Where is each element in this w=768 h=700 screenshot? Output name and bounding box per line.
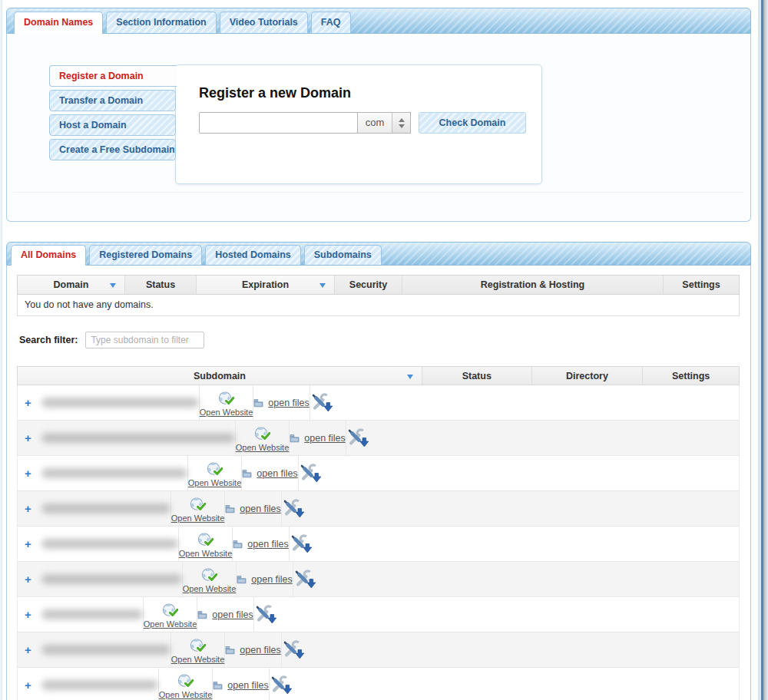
expand-plus-icon[interactable]: +	[25, 608, 31, 621]
tools-settings-icon[interactable]	[282, 639, 305, 660]
menu-register-a-domain[interactable]: Register a Domain	[49, 65, 177, 87]
directory-cell: open files	[197, 597, 254, 632]
register-form-row: com Check Domain	[199, 112, 526, 134]
expand-plus-icon[interactable]: +	[25, 467, 31, 480]
tab-hosted-domains[interactable]: Hosted Domains	[205, 245, 301, 265]
open-website-link[interactable]: Open Website	[200, 408, 253, 417]
sort-arrow-icon[interactable]	[319, 283, 326, 288]
tools-settings-icon[interactable]	[270, 675, 293, 695]
sort-arrow-icon[interactable]	[110, 283, 116, 288]
status-cell: Open Website	[171, 491, 226, 526]
expand-plus-icon[interactable]: +	[25, 396, 31, 409]
directory-cell: open files	[290, 421, 346, 455]
domain-tools-panel: Register a Domain Transfer a Domain Host…	[6, 33, 751, 222]
subdomain-row: + Open Website open files	[17, 668, 740, 700]
tab-registered-domains[interactable]: Registered Domains	[89, 245, 202, 265]
open-website-link[interactable]: Open Website	[171, 513, 225, 523]
folder-icon	[197, 610, 207, 619]
menu-create-a-free-subdomain[interactable]: Create a Free Subdomain	[49, 139, 176, 160]
expand-plus-icon[interactable]: +	[25, 431, 31, 444]
col-settings-header[interactable]: Settings	[664, 276, 739, 294]
domains-panel-body: Domain Status Expiration Security Regist…	[6, 265, 751, 700]
open-files-link[interactable]: open files	[240, 504, 281, 514]
sort-arrow-icon[interactable]	[407, 375, 413, 379]
tab-domain-names[interactable]: Domain Names	[14, 12, 103, 34]
expand-plus-icon[interactable]: +	[25, 573, 31, 586]
open-website-link[interactable]: Open Website	[188, 478, 242, 487]
globe-check-icon[interactable]	[207, 462, 223, 477]
domains-tab-bar: All Domains Registered Domains Hosted Do…	[6, 242, 751, 266]
page-right-edge	[761, 0, 768, 700]
expand-plus-icon[interactable]: +	[25, 643, 31, 656]
globe-check-icon[interactable]	[190, 497, 206, 513]
subdomain-cell: +	[18, 668, 159, 700]
tools-settings-icon[interactable]	[310, 392, 333, 413]
check-domain-button[interactable]: Check Domain	[419, 112, 526, 134]
col-sub-status-header[interactable]: Status	[422, 367, 532, 385]
open-files-link[interactable]: open files	[227, 680, 269, 691]
open-website-link[interactable]: Open Website	[159, 690, 213, 699]
globe-check-icon[interactable]	[162, 603, 178, 619]
search-filter-input[interactable]	[85, 332, 204, 348]
col-domain-header[interactable]: Domain	[18, 276, 125, 294]
tld-spinner[interactable]	[392, 113, 410, 133]
open-website-link[interactable]: Open Website	[183, 584, 237, 593]
expand-plus-icon[interactable]: +	[25, 537, 31, 550]
domain-names-panel: Domain Names Section Information Video T…	[6, 8, 751, 222]
open-website-link[interactable]: Open Website	[171, 655, 225, 664]
expand-plus-icon[interactable]: +	[25, 502, 31, 515]
globe-check-icon[interactable]	[197, 533, 214, 548]
tld-select[interactable]: com	[357, 112, 411, 134]
col-directory-header[interactable]: Directory	[532, 367, 644, 385]
col-status-header[interactable]: Status	[125, 276, 197, 294]
settings-cell	[346, 421, 369, 455]
subdomain-row: + Open Website open files	[17, 562, 740, 597]
menu-host-a-domain[interactable]: Host a Domain	[49, 114, 176, 136]
spinner-down-icon	[399, 124, 405, 128]
expand-plus-icon[interactable]: +	[25, 679, 31, 692]
tab-subdomains[interactable]: Subdomains	[304, 245, 382, 265]
globe-check-icon[interactable]	[177, 674, 194, 689]
folder-icon	[213, 681, 223, 690]
settings-cell	[310, 385, 333, 420]
globe-check-icon[interactable]	[190, 639, 206, 654]
tab-video-tutorials[interactable]: Video Tutorials	[220, 12, 308, 33]
open-files-link[interactable]: open files	[247, 539, 289, 550]
redacted-subdomain-text	[41, 433, 235, 443]
tools-settings-icon[interactable]	[254, 604, 277, 625]
open-website-link[interactable]: Open Website	[179, 549, 233, 558]
menu-transfer-a-domain[interactable]: Transfer a Domain	[49, 90, 176, 111]
open-files-link[interactable]: open files	[251, 574, 293, 585]
tools-settings-icon[interactable]	[290, 533, 313, 554]
domain-name-input[interactable]	[199, 112, 358, 134]
settings-cell	[282, 632, 305, 667]
globe-check-icon[interactable]	[218, 391, 234, 407]
globe-check-icon[interactable]	[254, 427, 270, 442]
tools-settings-icon[interactable]	[282, 498, 305, 519]
globe-check-icon[interactable]	[201, 568, 217, 583]
col-subdomain-header[interactable]: Subdomain	[18, 367, 422, 385]
open-website-link[interactable]: Open Website	[236, 443, 290, 452]
tab-faq[interactable]: FAQ	[311, 12, 351, 33]
settings-cell	[290, 527, 313, 561]
open-files-link[interactable]: open files	[257, 468, 298, 479]
status-cell: Open Website	[159, 668, 214, 700]
col-security-header[interactable]: Security	[335, 276, 402, 294]
open-files-link[interactable]: open files	[304, 433, 346, 444]
open-website-link[interactable]: Open Website	[144, 619, 197, 629]
tab-all-domains[interactable]: All Domains	[11, 245, 86, 266]
tools-settings-icon[interactable]	[293, 569, 316, 589]
col-registration-hosting-header[interactable]: Registration & Hosting	[402, 276, 664, 294]
settings-cell	[299, 456, 322, 490]
tools-settings-icon[interactable]	[299, 463, 322, 484]
open-files-link[interactable]: open files	[268, 398, 310, 408]
open-files-link[interactable]: open files	[240, 645, 281, 655]
col-sub-settings-header[interactable]: Settings	[643, 367, 739, 385]
panel-footer-divider	[13, 192, 744, 193]
tab-section-information[interactable]: Section Information	[106, 12, 216, 33]
redacted-subdomain-text	[41, 398, 199, 408]
tools-settings-icon[interactable]	[346, 428, 369, 448]
open-files-link[interactable]: open files	[212, 609, 253, 620]
col-expiration-header[interactable]: Expiration	[197, 276, 335, 294]
folder-icon	[237, 575, 247, 584]
